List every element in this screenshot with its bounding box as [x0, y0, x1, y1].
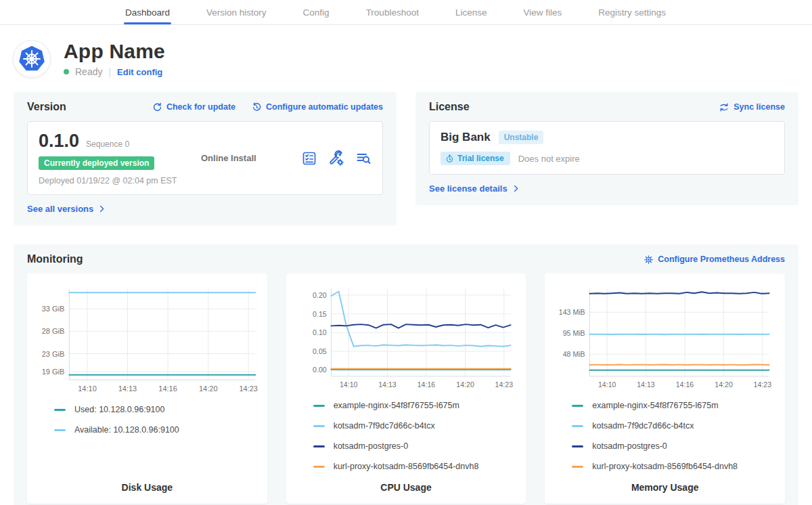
- customer-name: Big Bank: [441, 131, 491, 144]
- svg-text:14:20: 14:20: [199, 385, 218, 393]
- legend-dash-icon: [572, 425, 583, 427]
- current-version-box: 0.1.0 Sequence 0 Currently deployed vers…: [27, 121, 383, 195]
- tab-registry-settings[interactable]: Registry settings: [598, 0, 666, 24]
- view-logs-icon: [355, 150, 371, 167]
- svg-text:14:20: 14:20: [715, 380, 734, 389]
- svg-text:14:10: 14:10: [340, 380, 358, 389]
- svg-text:14:13: 14:13: [637, 380, 656, 389]
- legend-dash-icon: [572, 466, 583, 468]
- config-values-button[interactable]: [328, 150, 344, 167]
- tab-view-files[interactable]: View files: [523, 0, 562, 24]
- svg-text:14:16: 14:16: [676, 380, 694, 389]
- refresh-icon: [152, 102, 162, 112]
- legend-dash-icon: [313, 405, 325, 407]
- legend-label: kotsadm-7f9dc7d66c-b4tcx: [592, 421, 694, 431]
- svg-text:95 MiB: 95 MiB: [563, 329, 585, 337]
- disk-usage-legend: Used: 10.128.0.96:9100Available: 10.128.…: [54, 405, 259, 445]
- configure-prometheus-button[interactable]: Configure Prometheus Address: [644, 255, 785, 265]
- monitoring-section: Monitoring Configure Prometheus Address …: [14, 244, 798, 505]
- svg-text:23 GiB: 23 GiB: [42, 350, 65, 358]
- see-license-details-link[interactable]: See license details: [429, 183, 520, 194]
- gear-icon: [644, 255, 654, 265]
- status-dot-icon: [64, 69, 69, 74]
- legend-label: kotsadm-postgres-0: [592, 441, 667, 451]
- page-title: App Name: [64, 40, 165, 63]
- legend-item: kotsadm-postgres-0: [313, 441, 518, 451]
- tab-config[interactable]: Config: [303, 0, 330, 24]
- svg-text:0.05: 0.05: [313, 347, 327, 355]
- svg-text:33 GiB: 33 GiB: [42, 305, 65, 313]
- svg-text:0.00: 0.00: [313, 366, 327, 374]
- status-label: Ready: [75, 66, 102, 77]
- legend-item: kotsadm-7f9dc7d66c-b4tcx: [572, 421, 777, 431]
- svg-text:28 GiB: 28 GiB: [42, 327, 65, 335]
- license-box: Big Bank Unstable Trial license Does not…: [429, 121, 785, 175]
- view-logs-button[interactable]: [355, 150, 371, 167]
- legend-label: Available: 10.128.0.96:9100: [74, 425, 179, 435]
- preflight-checks-button[interactable]: [301, 150, 317, 167]
- charts-row: 14:1014:1314:1614:2014:2319 GiB23 GiB28 …: [27, 273, 785, 504]
- sync-license-button[interactable]: Sync license: [719, 102, 785, 112]
- see-all-versions-link[interactable]: See all versions: [27, 204, 106, 214]
- memory-usage-legend: example-nginx-54f8f76755-l675mkotsadm-7f…: [572, 401, 777, 482]
- tab-version-history[interactable]: Version history: [206, 0, 267, 24]
- clock-update-icon: [252, 102, 262, 112]
- deployed-timestamp: Deployed 01/19/22 @ 02:04 pm EST: [39, 176, 201, 185]
- tab-dashboard[interactable]: Dashboard: [125, 0, 170, 24]
- svg-text:0.10: 0.10: [313, 328, 327, 336]
- legend-item: Available: 10.128.0.96:9100: [54, 425, 259, 435]
- license-type-badge: Trial license: [441, 152, 510, 165]
- install-type-label: Online Install: [201, 153, 301, 163]
- legend-item: kurl-proxy-kotsadm-8569fb6454-dnvh8: [313, 462, 518, 471]
- deployed-badge: Currently deployed version: [39, 156, 154, 170]
- svg-text:14:23: 14:23: [495, 380, 513, 389]
- chart-card-cpu-usage: 14:1014:1314:1614:2014:230.000.050.100.1…: [286, 273, 526, 504]
- tab-license[interactable]: License: [455, 0, 487, 24]
- channel-badge: Unstable: [499, 131, 544, 144]
- legend-dash-icon: [313, 466, 325, 468]
- cpu-usage-plot: 14:1014:1314:1614:2014:230.000.050.100.1…: [294, 283, 518, 393]
- sync-arrows-icon: [719, 102, 729, 112]
- svg-text:14:10: 14:10: [598, 380, 616, 389]
- legend-item: example-nginx-54f8f76755-l675m: [313, 401, 518, 410]
- config-values-icon: [328, 150, 344, 167]
- legend-label: example-nginx-54f8f76755-l675m: [592, 401, 718, 410]
- legend-dash-icon: [313, 425, 325, 427]
- svg-text:14:13: 14:13: [118, 385, 137, 393]
- svg-text:48 MiB: 48 MiB: [563, 350, 585, 358]
- svg-text:0.15: 0.15: [313, 310, 327, 318]
- app-header: App Name Ready | Edit config: [14, 40, 798, 77]
- edit-config-link[interactable]: Edit config: [117, 67, 162, 77]
- page-content: App Name Ready | Edit config Version: [0, 25, 812, 505]
- tab-troubleshoot[interactable]: Troubleshoot: [366, 0, 419, 24]
- legend-item: kotsadm-7f9dc7d66c-b4tcx: [313, 421, 518, 431]
- top-nav: DashboardVersion historyConfigTroublesho…: [0, 0, 812, 25]
- version-sequence: Sequence 0: [86, 139, 129, 149]
- svg-text:14:13: 14:13: [378, 380, 397, 389]
- legend-dash-icon: [572, 445, 583, 447]
- legend-label: Used: 10.128.0.96:9100: [74, 405, 164, 414]
- chevron-right-icon: [97, 204, 106, 213]
- legend-label: kurl-proxy-kotsadm-8569fb6454-dnvh8: [334, 462, 479, 471]
- legend-label: kotsadm-7f9dc7d66c-b4tcx: [334, 421, 435, 431]
- svg-text:19 GiB: 19 GiB: [42, 368, 65, 376]
- legend-item: kurl-proxy-kotsadm-8569fb6454-dnvh8: [572, 462, 777, 471]
- svg-text:14:10: 14:10: [78, 385, 97, 393]
- legend-label: kotsadm-postgres-0: [334, 441, 408, 451]
- stopwatch-icon: [445, 154, 454, 163]
- svg-text:14:16: 14:16: [158, 385, 177, 393]
- svg-text:14:20: 14:20: [456, 380, 474, 389]
- preflight-checks-icon: [301, 150, 317, 167]
- check-for-update-button[interactable]: Check for update: [152, 102, 235, 112]
- svg-text:143 MiB: 143 MiB: [559, 308, 585, 316]
- configure-automatic-updates-button[interactable]: Configure automatic updates: [252, 102, 383, 112]
- legend-item: kotsadm-postgres-0: [572, 441, 777, 451]
- legend-dash-icon: [54, 429, 66, 431]
- cpu-usage-legend: example-nginx-54f8f76755-l675mkotsadm-7f…: [313, 401, 518, 482]
- chart-card-memory-usage: 14:1014:1314:1614:2014:2348 MiB95 MiB143…: [545, 273, 785, 504]
- legend-label: kurl-proxy-kotsadm-8569fb6454-dnvh8: [592, 462, 738, 471]
- memory-usage-plot: 14:1014:1314:1614:2014:2348 MiB95 MiB143…: [553, 283, 777, 393]
- license-card: License Sync license Big Bank Unstable: [415, 92, 798, 205]
- divider: |: [108, 66, 111, 77]
- svg-text:14:16: 14:16: [417, 380, 435, 389]
